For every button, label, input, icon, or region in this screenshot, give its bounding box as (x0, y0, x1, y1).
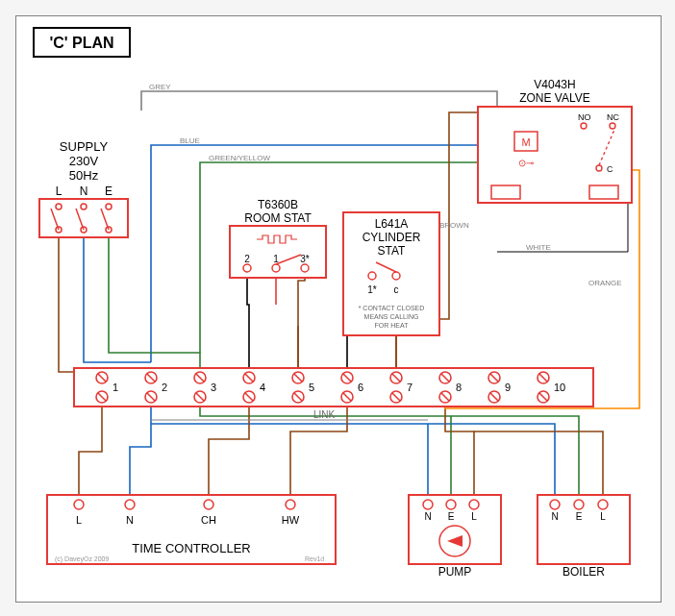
tc-N: N (126, 514, 134, 526)
svg-point-11 (272, 264, 280, 272)
label-white: WHITE (526, 243, 551, 252)
cyl-note1: * CONTACT CLOSED (359, 305, 425, 311)
zv-M: M (521, 136, 530, 148)
cyl-model: L641A (375, 217, 409, 231)
tc-label: TIME CONTROLLER (132, 541, 251, 555)
svg-point-10 (243, 264, 251, 272)
wire-black-T4-stat2 (247, 276, 249, 372)
wire-blue-supply-N (84, 236, 151, 362)
wire-brown-T8-boilerL (474, 431, 603, 497)
diagram-svg: 'C' PLAN (16, 16, 661, 602)
label-orange: ORANGE (588, 279, 622, 287)
label-grey: GREY (149, 83, 171, 91)
room-stat-model: T6360B (258, 198, 298, 211)
title-box: 'C' PLAN (34, 28, 130, 57)
svg-point-64 (74, 500, 84, 509)
boiler-label: BOILER (562, 565, 605, 579)
svg-point-15 (392, 272, 400, 280)
sheet-border: 'C' PLAN (15, 15, 662, 603)
term-label-4: 4 (260, 382, 265, 393)
svg-point-70 (469, 500, 479, 509)
svg-point-14 (368, 272, 376, 280)
label-blue: BLUE (180, 136, 200, 145)
svg-point-73 (598, 500, 608, 509)
terminal-strip: 1 2 3 4 5 6 7 8 9 10 LINK (74, 368, 593, 420)
stage: 'C' PLAN (0, 0, 675, 616)
boiler-block: N E L BOILER (538, 495, 630, 579)
term-label-5: 5 (309, 382, 314, 393)
tc-HW: HW (282, 514, 300, 526)
svg-point-71 (550, 500, 560, 509)
supply-label: SUPPLY (60, 139, 109, 154)
term-label-2: 2 (162, 382, 167, 393)
cyl-label2: STAT (378, 244, 407, 258)
zv-NC: NC (607, 112, 619, 122)
zv-C: C (607, 164, 613, 174)
supply-freq: 50Hz (69, 168, 99, 183)
supply-L: L (56, 185, 62, 198)
term-label-6: 6 (358, 382, 363, 393)
time-controller-block: L N CH HW TIME CONTROLLER (c) DaveyOz 20… (47, 495, 336, 564)
zv-sym: ⊙⊸ (518, 158, 534, 168)
cyl-note2: MEANS CALLING (364, 313, 419, 320)
wire-brown-supply-L (59, 236, 102, 372)
wire-gy-boilerE (451, 416, 579, 497)
boiler-N: N (551, 511, 558, 522)
cyl-note3: FOR HEAT (375, 322, 410, 329)
zv-model: V4043H (534, 78, 575, 91)
svg-point-68 (423, 500, 433, 509)
wire-brown-T5-stat3 (298, 276, 305, 372)
zv-label: ZONE VALVE (519, 91, 590, 105)
cyl-label1: CYLINDER (362, 231, 421, 244)
supply-E: E (105, 185, 112, 198)
svg-point-69 (446, 500, 456, 509)
room-stat-block: T6360B ROOM STAT 2 1 3* (230, 198, 326, 278)
svg-point-67 (286, 500, 295, 509)
supply-N: N (80, 185, 88, 198)
footer-rev: Rev1d (305, 555, 324, 562)
svg-point-1 (56, 204, 62, 209)
zv-NO: NO (578, 112, 591, 122)
room-stat-label: ROOM STAT (244, 211, 312, 225)
wire-grey-zone (141, 91, 497, 112)
cyl-t1: 1* (367, 284, 377, 295)
term-label-9: 9 (505, 382, 511, 393)
term-label-10: 10 (554, 382, 565, 393)
room-stat-t3: 3* (300, 254, 310, 264)
tc-L: L (76, 514, 82, 526)
svg-point-65 (125, 500, 135, 509)
footer-copy: (c) DaveyOz 2009 (55, 555, 110, 563)
pump-N: N (424, 511, 431, 522)
svg-point-4 (81, 204, 87, 209)
svg-point-19 (596, 165, 602, 171)
wire-blue-boiler-N (428, 424, 555, 497)
tc-CH: CH (201, 514, 216, 526)
svg-point-7 (106, 204, 112, 209)
term-label-1: 1 (112, 382, 118, 393)
wire-gy-supply-E (109, 236, 200, 372)
term-label-3: 3 (211, 382, 216, 393)
room-stat-t2: 1 (273, 254, 279, 264)
term-label-8: 8 (456, 382, 462, 393)
svg-point-17 (581, 123, 587, 129)
svg-point-66 (204, 500, 213, 509)
pump-block: N E L PUMP (409, 495, 501, 579)
svg-point-12 (301, 264, 309, 272)
pump-L: L (471, 511, 477, 522)
title-text: 'C' PLAN (49, 35, 113, 51)
svg-point-18 (610, 123, 615, 129)
zone-valve-block: V4043H ZONE VALVE M NO NC C ⊙⊸ (478, 78, 632, 203)
boiler-E: E (576, 511, 583, 522)
room-stat-t1: 2 (244, 254, 250, 264)
supply-block: SUPPLY 230V 50Hz L N E (39, 139, 128, 237)
supply-voltage: 230V (69, 154, 99, 168)
pump-label: PUMP (438, 565, 472, 579)
svg-rect-21 (491, 185, 520, 199)
cyl-t2: c (394, 284, 399, 295)
pump-E: E (448, 511, 455, 522)
boiler-L: L (600, 511, 606, 522)
svg-point-72 (574, 500, 584, 509)
cylinder-stat-block: L641A CYLINDER STAT 1* c * CONTACT CLOSE… (343, 212, 439, 335)
link-label: LINK (313, 409, 336, 420)
term-label-7: 7 (407, 382, 412, 393)
